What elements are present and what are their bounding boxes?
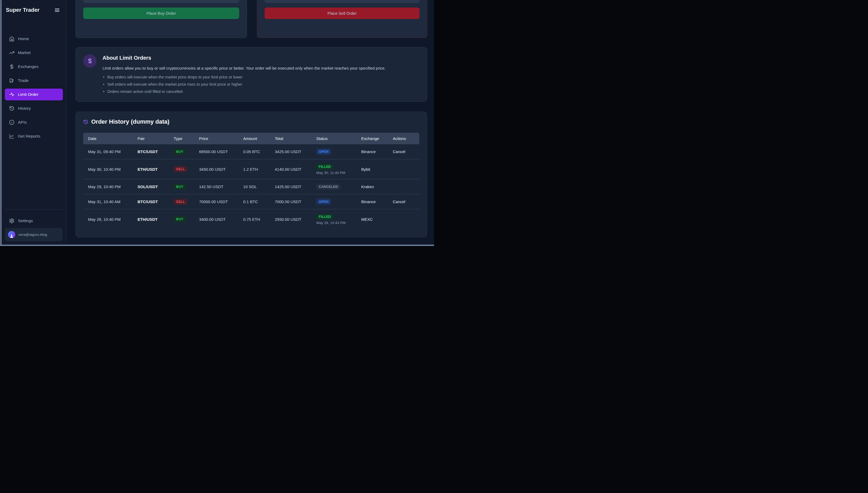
order-pair: ETH/USDT bbox=[137, 217, 174, 221]
col-exchange: Exchange bbox=[361, 136, 393, 141]
table-header-row: Date Pair Type Price Amount Total Status… bbox=[83, 133, 419, 144]
order-amount: 0.05 BTC bbox=[243, 149, 275, 154]
sidebar-item-label: Home bbox=[18, 37, 29, 41]
order-amount: 0.75 ETH bbox=[243, 217, 275, 221]
table-row: May 31, 10:40 AM BTC/USDT SELL 70000.00 … bbox=[83, 194, 419, 209]
sidebar-item-apis[interactable]: APIs bbox=[5, 116, 63, 128]
about-bullet: Buy orders will execute when the market … bbox=[103, 73, 385, 81]
buy-exchange-row: Exchange: Binance bbox=[88, 0, 235, 1]
order-pair: ETH/USDT bbox=[137, 167, 174, 172]
col-actions: Actions bbox=[393, 136, 419, 141]
type-badge: SELL bbox=[174, 199, 187, 205]
order-history-header: Order History (dummy data) bbox=[83, 118, 419, 125]
type-badge: SELL bbox=[174, 166, 187, 172]
sidebar-item-market[interactable]: Market bbox=[5, 47, 63, 59]
type-badge: BUY bbox=[174, 184, 186, 190]
order-history-card: Order History (dummy data) Date Pair Typ… bbox=[75, 112, 427, 237]
horizontal-scrollbar[interactable] bbox=[0, 244, 434, 246]
order-pair: BTC/USDT bbox=[137, 149, 174, 154]
status-badge: OPEN bbox=[316, 199, 331, 205]
order-status-cell: FILLED May 30, 11:40 PM bbox=[316, 164, 361, 175]
order-amount: 0.1 BTC bbox=[243, 199, 275, 204]
place-buy-order-button[interactable]: Place Buy Order bbox=[83, 7, 239, 19]
order-price: 142.50 USDT bbox=[199, 185, 243, 189]
order-total: 7000.00 USDT bbox=[275, 199, 316, 204]
col-price: Price bbox=[199, 136, 243, 141]
order-exchange: Kraken bbox=[361, 185, 393, 189]
order-price: 3400.00 USDT bbox=[199, 217, 243, 221]
trending-up-icon bbox=[9, 50, 15, 56]
sidebar-item-label: Market bbox=[18, 50, 30, 55]
about-title: About Limit Orders bbox=[103, 54, 385, 61]
info-icon bbox=[9, 120, 15, 125]
sidebar-item-home[interactable]: Home bbox=[5, 33, 63, 45]
col-pair: Pair bbox=[137, 136, 174, 141]
orders-table: Date Pair Type Price Amount Total Status… bbox=[83, 133, 419, 229]
col-status: Status bbox=[316, 136, 361, 141]
col-type: Type bbox=[174, 136, 199, 141]
order-date: May 28, 10:40 PM bbox=[88, 217, 137, 221]
menu-icon[interactable] bbox=[54, 8, 60, 13]
table-row: May 29, 10:40 PM SOL/USDT BUY 142.50 USD… bbox=[83, 179, 419, 194]
order-status-cell: OPEN bbox=[316, 199, 361, 205]
sell-exchange-row: Exchange: Binance bbox=[269, 0, 415, 1]
left-scrollbar[interactable] bbox=[0, 0, 2, 245]
user-avatar-icon bbox=[8, 231, 15, 238]
app-window: Super Trader Home Market Exchanges bbox=[2, 0, 434, 244]
order-history-title: Order History (dummy data) bbox=[91, 118, 170, 125]
order-type-cell: BUY bbox=[174, 184, 199, 190]
sidebar-nav: Home Market Exchanges Trade Limit Order bbox=[2, 33, 66, 144]
buy-order-card: Total: 0.00 USDT Exchange: Binance Place… bbox=[75, 0, 247, 38]
sell-order-card: Total: 0.00 USDT Exchange: Binance Place… bbox=[257, 0, 427, 38]
cancel-order-button[interactable]: Cancel bbox=[393, 149, 419, 154]
cancel-order-button[interactable]: Cancel bbox=[393, 199, 419, 204]
home-icon bbox=[9, 36, 15, 42]
order-amount: 1.2 ETH bbox=[243, 167, 275, 172]
order-exchange: Binance bbox=[361, 199, 393, 204]
order-exchange: MEXC bbox=[361, 217, 393, 221]
sidebar-item-get-reports[interactable]: Get Reports bbox=[5, 130, 63, 142]
order-total: 4140.00 USDT bbox=[275, 167, 316, 172]
order-amount: 10 SOL bbox=[243, 185, 275, 189]
sidebar-item-label: Get Reports bbox=[18, 134, 40, 138]
table-row: May 28, 10:40 PM ETH/USDT BUY 3400.00 US… bbox=[83, 209, 419, 229]
col-amount: Amount bbox=[243, 136, 275, 141]
order-date: May 31, 10:40 AM bbox=[88, 199, 137, 204]
table-row: May 31, 09:40 PM BTC/USDT BUY 68500.00 U… bbox=[83, 144, 419, 159]
about-bullet: Sell orders will execute when the market… bbox=[103, 81, 385, 88]
place-sell-order-button[interactable]: Place Sell Order bbox=[265, 7, 420, 19]
app-screen: Super Trader Home Market Exchanges bbox=[0, 0, 434, 246]
sidebar-header: Super Trader bbox=[2, 7, 66, 13]
order-price: 70000.00 USDT bbox=[199, 199, 243, 204]
sidebar-item-limit-order[interactable]: Limit Order bbox=[5, 89, 63, 100]
sidebar-item-settings[interactable]: Settings bbox=[5, 215, 63, 227]
dollar-badge-icon: $ bbox=[83, 54, 96, 68]
order-total: 2550.00 USDT bbox=[275, 217, 316, 221]
order-status-cell: OPEN bbox=[316, 149, 361, 155]
history-icon bbox=[83, 120, 88, 125]
user-email: sera@aiguru.blog bbox=[19, 233, 47, 237]
status-badge: FILLED bbox=[316, 214, 333, 220]
status-badge: FILLED bbox=[316, 164, 333, 170]
type-badge: BUY bbox=[174, 216, 186, 222]
order-price: 3450.00 USDT bbox=[199, 167, 243, 172]
user-profile-chip[interactable]: sera@aiguru.blog bbox=[5, 228, 63, 241]
sidebar-item-trade[interactable]: Trade bbox=[5, 75, 63, 86]
order-type-cell: BUY bbox=[174, 149, 199, 155]
order-price: 68500.00 USDT bbox=[199, 149, 243, 154]
col-date: Date bbox=[88, 136, 137, 141]
sidebar-item-label: Exchanges bbox=[18, 64, 39, 69]
order-type-cell: SELL bbox=[174, 166, 199, 172]
sidebar-item-label: APIs bbox=[18, 120, 27, 125]
order-exchange: Binance bbox=[361, 149, 393, 154]
sidebar-item-exchanges[interactable]: Exchanges bbox=[5, 61, 63, 72]
cards-icon bbox=[9, 78, 15, 83]
sidebar-item-history[interactable]: History bbox=[5, 103, 63, 114]
sidebar-item-label: History bbox=[18, 106, 31, 111]
activity-icon bbox=[9, 92, 15, 97]
order-date: May 29, 10:40 PM bbox=[88, 185, 137, 189]
sidebar: Super Trader Home Market Exchanges bbox=[2, 0, 66, 244]
order-type-cell: SELL bbox=[174, 199, 199, 205]
status-filled-date: May 28, 10:43 PM bbox=[316, 221, 361, 225]
col-total: Total bbox=[275, 136, 316, 141]
